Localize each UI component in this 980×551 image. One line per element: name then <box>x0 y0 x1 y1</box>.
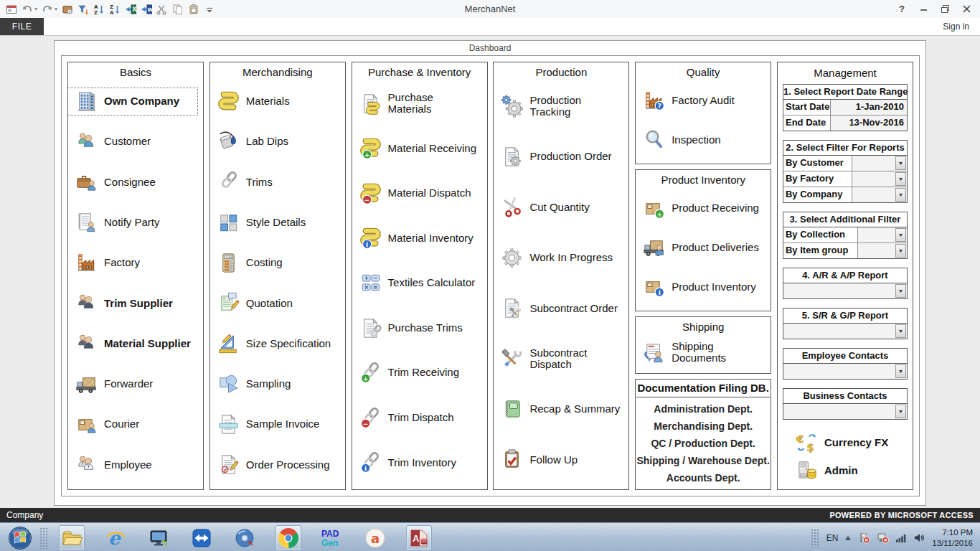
nav-item-notify-party[interactable]: Notify Party <box>68 209 197 236</box>
qat-redo-icon[interactable] <box>41 3 53 15</box>
taskbar-chrome-icon[interactable] <box>275 525 301 551</box>
dropdown-arrow-icon[interactable]: ▼ <box>895 324 906 338</box>
nav-item-courier[interactable]: Courier <box>68 411 197 438</box>
nav-item-sampling[interactable]: Sampling <box>210 371 339 397</box>
nav-item-subcontract-dispatch[interactable]: Subcontract Dispatch <box>494 346 623 372</box>
nav-item-material-dispatch[interactable]: −Material Dispatch <box>352 180 481 207</box>
network-status-icon[interactable] <box>877 532 889 544</box>
dropdown-arrow-icon[interactable]: ▼ <box>895 172 906 186</box>
dropdown-arrow-icon[interactable]: ▼ <box>895 284 906 298</box>
nav-item-factory-audit[interactable]: ?Factory Audit <box>636 88 765 114</box>
doc-link-shipping-warehouse-dept[interactable]: Shipping / Warehouse Dept. <box>636 455 771 466</box>
end-date-value[interactable]: 13-Nov-2016 <box>831 116 907 131</box>
doc-link-administration-dept[interactable]: Administration Dept. <box>636 403 771 415</box>
qat-sort-asc-icon[interactable]: AZ <box>93 3 105 15</box>
employee-contacts-combo[interactable]: ▼ <box>783 364 907 379</box>
nav-item-trim-supplier[interactable]: Trim Supplier <box>68 290 197 316</box>
doc-link-qc-production-dept[interactable]: QC / Production Dept. <box>636 438 771 449</box>
qat-redo-caret-icon[interactable]: ▾ <box>55 6 57 12</box>
qat-undo-caret-icon[interactable]: ▾ <box>34 6 37 12</box>
nav-item-follow-up[interactable]: Follow Up <box>494 446 623 473</box>
start-button[interactable] <box>6 525 34 551</box>
nav-item-factory[interactable]: Factory <box>68 250 197 276</box>
taskbar-ashampoo-icon[interactable]: a <box>363 526 387 550</box>
taskbar-teamviewer-icon[interactable] <box>189 526 214 550</box>
taskbar-nero-icon[interactable] <box>232 526 257 550</box>
nav-item-forwarder[interactable]: Forwarder <box>68 371 197 397</box>
restore-button[interactable] <box>934 1 956 17</box>
nav-item-product-receiving[interactable]: +Product Receiving <box>636 195 765 222</box>
taskbar-explorer-icon[interactable] <box>59 525 85 551</box>
qat-filter-icon[interactable] <box>77 3 89 15</box>
nav-item-sample-invoice[interactable]: Sample Invoice <box>210 411 339 438</box>
dropdown-arrow-icon[interactable]: ▼ <box>895 405 906 418</box>
nav-item-costing[interactable]: 0.00Costing <box>210 250 339 276</box>
business-contacts-combo[interactable]: ▼ <box>783 404 907 419</box>
nav-item-textiles-calculator[interactable]: +−×=Textiles Calculator <box>352 270 481 296</box>
dropdown-arrow-icon[interactable]: ▼ <box>895 156 906 170</box>
signal-icon[interactable] <box>895 533 907 543</box>
doc-link-accounts-dept[interactable]: Accounts Dept. <box>636 472 771 484</box>
nav-item-production-order[interactable]: Production Order <box>494 143 623 170</box>
nav-item-shipping-documents[interactable]: Shipping Documents <box>636 339 765 366</box>
sign-in-link[interactable]: Sign in <box>943 22 980 32</box>
by-company-combo[interactable]: ▼ <box>852 187 907 202</box>
taskbar-remote-desktop-icon[interactable] <box>146 526 171 550</box>
dropdown-arrow-icon[interactable]: ▼ <box>895 188 906 202</box>
by-collection-combo[interactable]: ▼ <box>858 227 907 242</box>
nav-item-material-supplier[interactable]: Material Supplier <box>68 330 197 357</box>
doc-link-merchandising-dept[interactable]: Merchandising Dept. <box>636 420 771 432</box>
nav-item-recap-summary[interactable]: Recap & Summary <box>494 396 623 423</box>
qat-more-icon[interactable] <box>203 3 215 15</box>
nav-item-order-processing[interactable]: Order Processing <box>210 451 339 478</box>
nav-item-currency-fx[interactable]: €€$$Currency FX <box>788 429 903 456</box>
by-factory-combo[interactable]: ▼ <box>852 171 907 187</box>
close-button[interactable] <box>956 1 977 17</box>
nav-item-size-specification[interactable]: Size Specification <box>210 330 339 357</box>
tray-expand-icon[interactable] <box>844 535 852 541</box>
5-s-r-g-p-report-combo[interactable]: ▼ <box>783 324 907 339</box>
document-tab[interactable]: Dashboard <box>55 41 925 55</box>
qat-copy-icon[interactable] <box>171 3 184 15</box>
taskbar-padgen-icon[interactable]: PADGen <box>320 526 344 550</box>
nav-item-inspection[interactable]: Inspection <box>636 126 765 153</box>
qat-export-word-icon[interactable]: W <box>140 3 152 15</box>
qat-undo-icon[interactable] <box>21 3 33 15</box>
taskbar-ie-icon[interactable]: e <box>103 526 128 550</box>
nav-item-material-inventory[interactable]: iMaterial Inventory <box>352 225 481 251</box>
dropdown-arrow-icon[interactable]: ▼ <box>895 244 906 258</box>
minimize-button[interactable] <box>913 1 934 17</box>
taskbar-access-icon[interactable]: A <box>406 525 432 551</box>
nav-item-product-deliveries[interactable]: Product Deliveries <box>636 234 765 260</box>
qat-save-record-icon[interactable] <box>61 3 73 15</box>
qat-app-icon[interactable] <box>5 3 17 15</box>
start-date-value[interactable]: 1-Jan-2010 <box>831 100 907 115</box>
4-a-r-a-p-report-combo[interactable]: ▼ <box>783 283 907 298</box>
dropdown-arrow-icon[interactable]: ▼ <box>895 228 906 242</box>
qat-cut-icon[interactable] <box>156 3 168 15</box>
nav-item-work-in-progress[interactable]: Work In Progress <box>494 245 623 271</box>
nav-item-consignee[interactable]: Consignee <box>68 169 197 195</box>
clock[interactable]: 7:10 PM 13/11/2016 <box>932 527 973 549</box>
nav-item-product-inventory[interactable]: iProduct Inventory <box>636 273 765 300</box>
action-center-icon[interactable] <box>858 532 870 544</box>
nav-item-trim-receiving[interactable]: +Trim Receiving <box>352 359 481 386</box>
help-button[interactable]: ? <box>891 1 913 17</box>
language-indicator[interactable]: EN <box>826 533 839 543</box>
nav-item-cut-quantity[interactable]: Cut Quantity <box>494 194 623 220</box>
nav-item-customer[interactable]: Customer <box>68 128 197 155</box>
nav-item-purchase-trims[interactable]: Purchase Trims <box>352 315 481 342</box>
nav-item-trims[interactable]: Trims <box>210 169 339 195</box>
nav-item-production-tracking[interactable]: Production Tracking <box>494 93 623 120</box>
nav-item-admin[interactable]: Admin <box>788 458 903 484</box>
dropdown-arrow-icon[interactable]: ▼ <box>895 364 906 378</box>
nav-item-own-company[interactable]: Own Company <box>68 88 197 115</box>
qat-export-excel-icon[interactable]: X <box>124 3 136 15</box>
nav-item-materials[interactable]: Materials <box>210 88 339 115</box>
nav-item-material-receiving[interactable]: +Material Receiving <box>352 135 481 161</box>
volume-icon[interactable] <box>913 532 925 543</box>
nav-item-employee[interactable]: Employee <box>68 451 197 478</box>
by-item-group-combo[interactable]: ▼ <box>858 243 907 258</box>
nav-item-quotation[interactable]: Quotation <box>210 290 339 316</box>
nav-item-trim-dispatch[interactable]: −Trim Dispatch <box>352 405 481 431</box>
